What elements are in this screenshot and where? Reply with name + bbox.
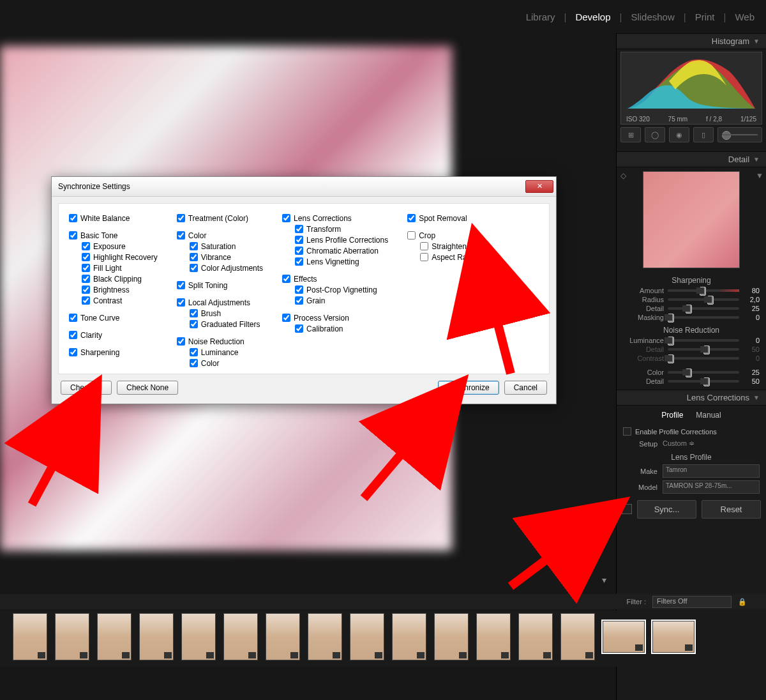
filmstrip-thumb[interactable] bbox=[266, 613, 300, 660]
slider-track[interactable] bbox=[668, 371, 739, 374]
setup-value[interactable]: Custom ≑ bbox=[663, 439, 695, 448]
checkbox-input[interactable] bbox=[177, 231, 185, 240]
slider-detail[interactable]: Detail50 bbox=[617, 345, 766, 354]
checkbox-input[interactable] bbox=[295, 247, 303, 255]
checkbox-input[interactable] bbox=[82, 264, 90, 272]
checkbox-input[interactable] bbox=[190, 320, 198, 328]
filmstrip-thumb[interactable] bbox=[392, 613, 426, 660]
checkbox-effects[interactable]: Effects bbox=[282, 273, 388, 284]
checkbox-tone-curve[interactable]: Tone Curve bbox=[69, 312, 158, 323]
checkbox-input[interactable] bbox=[82, 253, 90, 261]
checkbox-highlight-recovery[interactable]: Highlight Recovery bbox=[69, 252, 158, 262]
nav-print[interactable]: Print bbox=[695, 11, 715, 22]
checkbox-input[interactable] bbox=[295, 236, 303, 244]
filmstrip-thumb[interactable] bbox=[652, 621, 695, 653]
checkbox-black-clipping[interactable]: Black Clipping bbox=[69, 273, 158, 284]
checkbox-brightness[interactable]: Brightness bbox=[69, 284, 158, 295]
filmstrip[interactable] bbox=[0, 611, 766, 667]
checkbox-local-adjustments[interactable]: Local Adjustments bbox=[177, 297, 263, 308]
checkbox-input[interactable] bbox=[282, 275, 290, 283]
checkbox-calibration[interactable]: Calibration bbox=[282, 323, 388, 334]
slider-track[interactable] bbox=[668, 298, 739, 301]
checkbox-input[interactable] bbox=[282, 214, 290, 222]
checkbox-graduated-filters[interactable]: Graduated Filters bbox=[177, 319, 263, 330]
toolbar-dropdown-icon[interactable]: ▾ bbox=[602, 575, 606, 585]
filmstrip-thumb[interactable] bbox=[434, 613, 469, 660]
spot-tool-icon[interactable]: ◯ bbox=[645, 127, 665, 142]
filmstrip-thumb[interactable] bbox=[13, 613, 47, 660]
checkbox-input[interactable] bbox=[190, 348, 198, 356]
check-all-button[interactable]: Check All bbox=[61, 381, 112, 395]
filmstrip-thumb[interactable] bbox=[181, 613, 216, 660]
slider-track[interactable] bbox=[668, 289, 739, 292]
close-button[interactable]: ✕ bbox=[525, 180, 553, 193]
checkbox-input[interactable] bbox=[69, 231, 77, 240]
slider-track[interactable] bbox=[668, 348, 739, 351]
detail-target-icon[interactable]: ◇ bbox=[617, 167, 629, 180]
checkbox-lens-profile-corrections[interactable]: Lens Profile Corrections bbox=[282, 234, 388, 245]
checkbox-sharpening[interactable]: Sharpening bbox=[69, 347, 158, 358]
checkbox-input[interactable] bbox=[190, 242, 198, 250]
histogram[interactable]: ISO 320 75 mm f / 2,8 1/125 bbox=[620, 52, 762, 125]
checkbox-treatment-color-[interactable]: Treatment (Color) bbox=[177, 213, 263, 224]
nav-web[interactable]: Web bbox=[735, 11, 755, 22]
checkbox-input[interactable] bbox=[190, 359, 198, 367]
checkbox-clarity[interactable]: Clarity bbox=[69, 330, 158, 340]
lens-header[interactable]: Lens Corrections▼ bbox=[617, 390, 766, 406]
filmstrip-thumb[interactable] bbox=[476, 613, 511, 660]
checkbox-exposure[interactable]: Exposure bbox=[69, 241, 158, 252]
checkbox-noise-reduction[interactable]: Noise Reduction bbox=[177, 336, 263, 347]
checkbox-process-version[interactable]: Process Version bbox=[282, 312, 388, 323]
switch-toggle-icon[interactable] bbox=[622, 504, 632, 514]
detail-preview[interactable] bbox=[643, 171, 740, 268]
detail-header[interactable]: Detail▼ bbox=[617, 151, 766, 167]
filmstrip-thumb[interactable] bbox=[308, 613, 342, 660]
slider-masking[interactable]: Masking0 bbox=[617, 313, 766, 322]
nav-library[interactable]: Library bbox=[526, 11, 555, 22]
filmstrip-thumb[interactable] bbox=[139, 613, 174, 660]
check-none-button[interactable]: Check None bbox=[117, 381, 178, 395]
filmstrip-thumb[interactable] bbox=[350, 613, 384, 660]
lock-icon[interactable]: 🔒 bbox=[738, 598, 747, 606]
checkbox-chromatic-aberration[interactable]: Chromatic Aberration bbox=[282, 245, 388, 256]
checkbox-brush[interactable]: Brush bbox=[177, 308, 263, 319]
brush-tool[interactable] bbox=[717, 127, 762, 142]
checkbox-vibrance[interactable]: Vibrance bbox=[177, 252, 263, 262]
filmstrip-thumb[interactable] bbox=[55, 613, 89, 660]
checkbox-color[interactable]: Color bbox=[177, 358, 263, 369]
checkbox-input[interactable] bbox=[282, 314, 290, 322]
filmstrip-thumb[interactable] bbox=[603, 621, 645, 653]
disclosure-triangle-icon[interactable]: ▼ bbox=[753, 167, 766, 180]
slider-track[interactable] bbox=[668, 357, 739, 360]
slider-track[interactable] bbox=[668, 316, 739, 319]
checkbox-luminance[interactable]: Luminance bbox=[177, 347, 263, 358]
slider-track[interactable] bbox=[668, 380, 739, 383]
grad-tool-icon[interactable]: ▯ bbox=[693, 127, 714, 142]
checkbox-contrast[interactable]: Contrast bbox=[69, 295, 158, 306]
reset-button[interactable]: Reset bbox=[702, 500, 761, 519]
checkbox-icon[interactable] bbox=[623, 427, 631, 436]
filmstrip-thumb[interactable] bbox=[223, 613, 258, 660]
enable-profile-corrections[interactable]: Enable Profile Corrections bbox=[617, 425, 766, 438]
checkbox-fill-light[interactable]: Fill Light bbox=[69, 262, 158, 273]
filter-select[interactable]: Filters Off bbox=[652, 596, 732, 608]
nav-develop[interactable]: Develop bbox=[575, 11, 610, 22]
checkbox-input[interactable] bbox=[177, 281, 185, 289]
checkbox-input[interactable] bbox=[177, 214, 185, 222]
filmstrip-thumb[interactable] bbox=[560, 613, 595, 660]
checkbox-color[interactable]: Color bbox=[177, 230, 263, 241]
checkbox-input[interactable] bbox=[69, 214, 77, 222]
checkbox-grain[interactable]: Grain bbox=[282, 295, 388, 306]
checkbox-split-toning[interactable]: Split Toning bbox=[177, 280, 263, 291]
checkbox-input[interactable] bbox=[82, 242, 90, 250]
checkbox-input[interactable] bbox=[177, 337, 185, 346]
checkbox-transform[interactable]: Transform bbox=[282, 224, 388, 234]
crop-tool-icon[interactable]: ⊞ bbox=[620, 127, 641, 142]
model-select[interactable]: TAMRON SP 28-75m... bbox=[663, 480, 760, 494]
checkbox-saturation[interactable]: Saturation bbox=[177, 241, 263, 252]
checkbox-input[interactable] bbox=[190, 253, 198, 261]
slider-detail[interactable]: Detail50 bbox=[617, 377, 766, 386]
sync-button[interactable]: Sync... bbox=[637, 500, 696, 519]
slider-detail[interactable]: Detail25 bbox=[617, 304, 766, 313]
slider-luminance[interactable]: Luminance0 bbox=[617, 336, 766, 345]
